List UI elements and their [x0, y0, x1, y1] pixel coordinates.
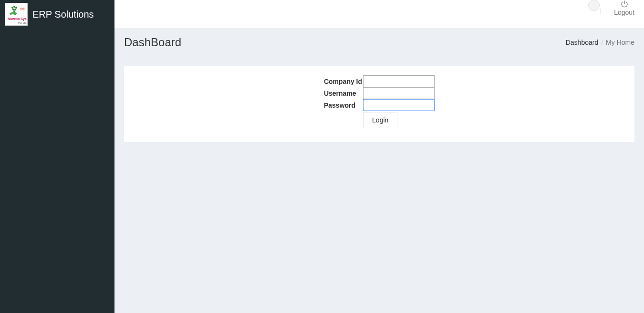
- user-avatar[interactable]: [588, 0, 600, 15]
- logout-label: Logout: [614, 9, 634, 16]
- main-area: Logout DashBoard Dashboard / My Home Com…: [114, 0, 644, 313]
- username-input[interactable]: [363, 87, 435, 99]
- app-title: ERP Solutions: [32, 9, 94, 20]
- username-label: Username: [324, 87, 363, 99]
- company-id-input[interactable]: [363, 75, 435, 87]
- logo-icon: AIS Novello Systems Pvt. Ltd.: [5, 3, 28, 26]
- content: Company Id Username Password: [114, 56, 644, 313]
- breadcrumb-separator: /: [601, 39, 603, 46]
- breadcrumb-root[interactable]: Dashboard: [566, 39, 599, 46]
- password-input[interactable]: [363, 99, 435, 111]
- svg-text:AIS: AIS: [20, 7, 25, 10]
- topbar: Logout: [114, 0, 644, 29]
- login-panel: Company Id Username Password: [124, 66, 634, 142]
- svg-point-1: [11, 7, 13, 9]
- power-icon: [621, 0, 628, 8]
- breadcrumb-current: My Home: [606, 39, 634, 46]
- sidebar: AIS Novello Systems Pvt. Ltd. ERP Soluti…: [0, 0, 114, 313]
- svg-point-5: [14, 9, 16, 10]
- page-title: DashBoard: [124, 36, 181, 49]
- svg-point-2: [13, 6, 15, 8]
- breadcrumb: Dashboard / My Home: [566, 39, 634, 46]
- sidebar-header: AIS Novello Systems Pvt. Ltd. ERP Soluti…: [0, 0, 114, 29]
- svg-point-4: [12, 9, 14, 10]
- svg-text:Pvt. Ltd.: Pvt. Ltd.: [18, 21, 27, 24]
- logout-button[interactable]: Logout: [614, 0, 634, 16]
- password-label: Password: [324, 99, 363, 111]
- company-id-label: Company Id: [324, 75, 363, 87]
- content-header: DashBoard Dashboard / My Home: [114, 29, 644, 56]
- svg-text:Novello Systems: Novello Systems: [8, 17, 27, 21]
- login-form: Company Id Username Password: [324, 75, 435, 128]
- login-button[interactable]: Login: [363, 112, 397, 128]
- svg-point-3: [15, 7, 17, 9]
